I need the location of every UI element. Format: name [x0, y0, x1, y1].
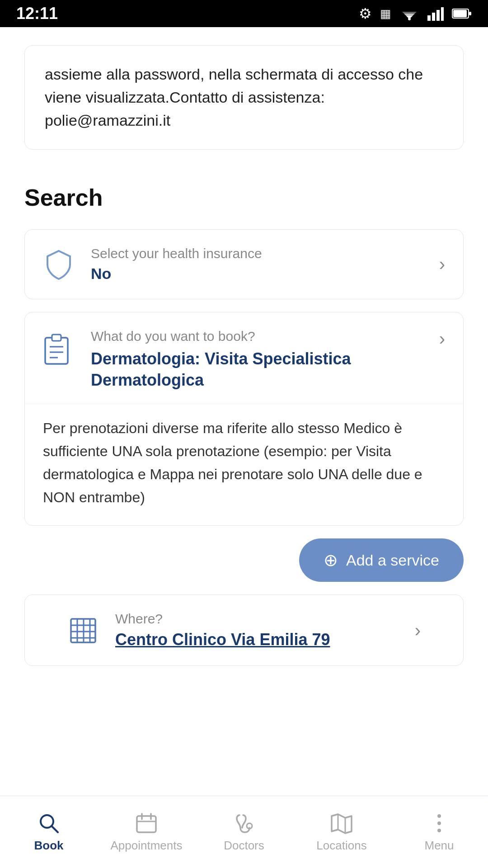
add-service-wrapper: ⊕ Add a service: [0, 538, 488, 594]
nav-label-menu: Menu: [424, 839, 454, 853]
calendar-icon: [135, 811, 158, 835]
nav-label-doctors: Doctors: [224, 839, 264, 853]
booking-card-top[interactable]: What do you want to book? Dermatologia: …: [25, 312, 463, 404]
status-icons: ⚙ ▦: [359, 5, 472, 22]
booking-card[interactable]: What do you want to book? Dermatologia: …: [24, 312, 464, 526]
where-value: Centro Clinico Via Emilia 79: [115, 630, 415, 649]
search-icon: [37, 811, 61, 835]
more-vertical-icon: [427, 811, 451, 835]
insurance-card-row[interactable]: Select your health insurance No ›: [25, 230, 463, 299]
status-bar: 12:11 ⚙ ▦: [0, 0, 488, 27]
where-label: Where?: [115, 611, 415, 627]
booking-note: Per prenotazioni diverse ma riferite all…: [25, 404, 463, 526]
add-service-label: Add a service: [346, 552, 439, 569]
stethoscope-icon: [232, 811, 256, 835]
clipboard-icon: [43, 332, 75, 368]
main-content: assieme alla password, nella schermata d…: [0, 27, 488, 868]
svg-rect-10: [469, 12, 471, 15]
search-section: Search Select your health insurance No ›: [0, 162, 488, 526]
shield-icon: [43, 249, 75, 280]
chevron-right-icon-2: ›: [439, 329, 445, 349]
insurance-info: Select your health insurance No: [91, 246, 439, 283]
info-box: assieme alla password, nella schermata d…: [24, 45, 464, 150]
svg-point-35: [437, 829, 441, 832]
svg-point-33: [437, 814, 441, 818]
svg-rect-9: [453, 10, 467, 17]
chevron-right-icon: ›: [439, 254, 445, 274]
map-icon: [330, 811, 353, 835]
wifi-icon: [399, 6, 419, 21]
svg-rect-6: [436, 10, 440, 21]
nav-label-book: Book: [34, 839, 64, 853]
nav-item-doctors[interactable]: Doctors: [195, 811, 293, 853]
where-card-row[interactable]: Where? Centro Clinico Via Emilia 79 ›: [49, 595, 439, 665]
status-time: 12:11: [16, 4, 58, 23]
insurance-label: Select your health insurance: [91, 246, 439, 261]
nav-item-appointments[interactable]: Appointments: [98, 811, 195, 853]
chevron-right-icon-3: ›: [415, 620, 421, 641]
booking-label: What do you want to book?: [91, 329, 439, 344]
nav-label-appointments: Appointments: [111, 839, 183, 853]
booking-value: Dermatologia: Visita Specialistica Derma…: [91, 349, 439, 391]
signal-icon: [427, 6, 444, 21]
where-card[interactable]: Where? Centro Clinico Via Emilia 79 ›: [24, 594, 464, 666]
booking-info: What do you want to book? Dermatologia: …: [91, 329, 439, 391]
battery-icon: [452, 8, 472, 19]
bottom-nav: Book Appointments Doctors: [0, 796, 488, 868]
svg-line-24: [52, 826, 58, 832]
add-service-button[interactable]: ⊕ Add a service: [299, 538, 464, 582]
svg-rect-11: [45, 338, 68, 364]
svg-rect-12: [52, 335, 61, 341]
insurance-value: No: [91, 265, 439, 283]
nav-label-locations: Locations: [316, 839, 366, 853]
sim-icon: ▦: [380, 7, 391, 21]
plus-circle-icon: ⊕: [324, 550, 338, 570]
nav-item-menu[interactable]: Menu: [390, 811, 488, 853]
svg-rect-7: [441, 7, 444, 21]
info-box-text: assieme alla password, nella schermata d…: [45, 63, 443, 132]
nav-item-locations[interactable]: Locations: [293, 811, 390, 853]
nav-item-book[interactable]: Book: [0, 811, 98, 853]
search-title: Search: [24, 184, 464, 211]
gear-icon: ⚙: [359, 5, 372, 22]
svg-rect-4: [427, 15, 431, 21]
svg-point-34: [437, 821, 441, 825]
building-icon: [67, 614, 99, 646]
svg-marker-30: [332, 814, 352, 833]
where-info: Where? Centro Clinico Via Emilia 79: [115, 611, 415, 649]
svg-point-3: [408, 18, 411, 20]
svg-rect-25: [137, 816, 156, 832]
insurance-card[interactable]: Select your health insurance No ›: [24, 229, 464, 299]
svg-rect-5: [432, 13, 435, 21]
